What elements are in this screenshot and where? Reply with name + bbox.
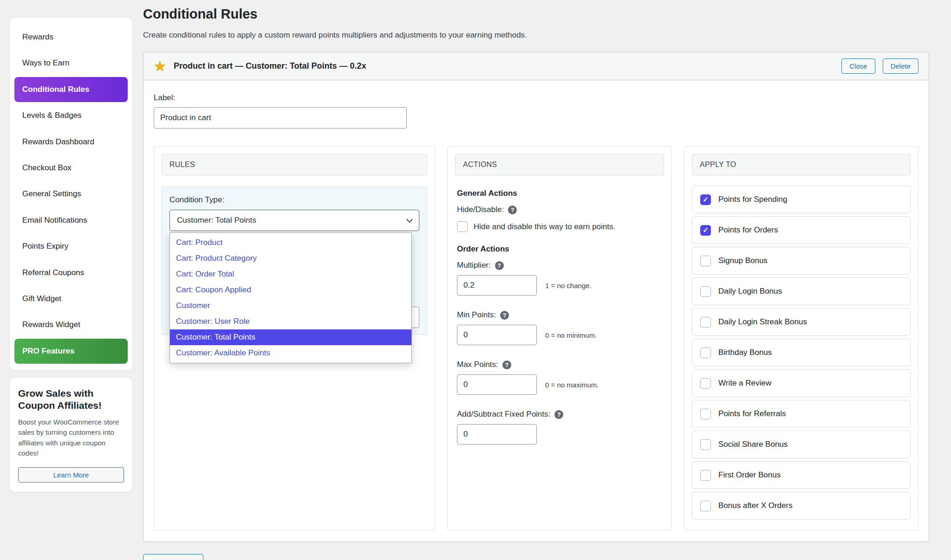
- condition-option-customer-user-role[interactable]: Customer: User Role: [170, 314, 411, 329]
- star-icon: [154, 59, 166, 73]
- min-points-input[interactable]: [457, 325, 537, 345]
- sidebar-item-gift-widget[interactable]: Gift Widget: [14, 286, 128, 311]
- apply-to-row-write-a-review[interactable]: Write a Review: [692, 369, 911, 397]
- apply-to-label: Signup Bonus: [718, 256, 768, 265]
- add-subtract-fixed-points-input[interactable]: [457, 424, 537, 444]
- sidebar-item-points-expiry[interactable]: Points Expiry: [14, 234, 128, 259]
- hide-checkbox[interactable]: [457, 221, 468, 232]
- unchecked-checkbox[interactable]: [700, 348, 711, 358]
- apply-to-list: Points for SpendingPoints for OrdersSign…: [692, 186, 911, 520]
- field-hint: 1 = no change.: [545, 282, 592, 290]
- apply-to-row-first-order-bonus[interactable]: First Order Bonus: [692, 461, 911, 489]
- apply-to-label: Social Share Bonus: [718, 440, 788, 449]
- apply-to-row-bonus-after-x-orders[interactable]: Bonus after X Orders: [692, 492, 911, 520]
- condition-option-customer[interactable]: Customer: [170, 298, 411, 314]
- rule-panel: Product in cart — Customer: Total Points…: [143, 52, 929, 542]
- apply-to-label: Points for Spending: [718, 195, 787, 204]
- field-hint: 0 = no minimum.: [545, 331, 597, 339]
- condition-selected-value: Customer: Total Points: [177, 216, 256, 225]
- checked-checkbox[interactable]: [700, 225, 711, 236]
- sidebar-item-pro-features[interactable]: PRO Features: [14, 339, 128, 364]
- unchecked-checkbox[interactable]: [700, 409, 711, 419]
- rule-body: Label: RULES Condition Type: Customer: T…: [143, 80, 929, 541]
- page-subtitle: Create conditional rules to apply a cust…: [143, 31, 929, 40]
- actions-content: General Actions Hide/Disable: Hide and d…: [455, 175, 664, 460]
- condition-option-customer-total-points[interactable]: Customer: Total Points: [170, 329, 411, 345]
- rules-section-header: RULES: [162, 154, 427, 175]
- promo-title: Grow Sales with Coupon Affiliates!: [18, 387, 124, 412]
- sidebar-item-rewards[interactable]: Rewards: [14, 25, 128, 50]
- help-icon[interactable]: [508, 206, 517, 214]
- sidebar-item-rewards-widget[interactable]: Rewards Widget: [14, 312, 128, 337]
- unchecked-checkbox[interactable]: [700, 470, 711, 481]
- sidebar-item-referral-coupons[interactable]: Referral Coupons: [14, 260, 128, 285]
- condition-dropdown: Cart: ProductCart: Product CategoryCart:…: [169, 232, 412, 363]
- sidebar: RewardsWays to EarnConditional RulesLeve…: [10, 18, 132, 492]
- help-icon[interactable]: [554, 410, 563, 419]
- field-input-row: 0 = no maximum.: [457, 374, 662, 395]
- sidebar-item-rewards-dashboard[interactable]: Rewards Dashboard: [14, 129, 128, 154]
- condition-type-label: Condition Type:: [169, 195, 419, 205]
- order-actions-heading: Order Actions: [457, 245, 662, 254]
- apply-to-row-birthday-bonus[interactable]: Birthday Bonus: [692, 339, 911, 367]
- unchecked-checkbox[interactable]: [700, 439, 711, 450]
- unchecked-checkbox[interactable]: [700, 501, 711, 511]
- apply-to-row-social-share-bonus[interactable]: Social Share Bonus: [692, 431, 911, 458]
- apply-to-section-header: APPLY TO: [692, 154, 911, 175]
- unchecked-checkbox[interactable]: [700, 317, 711, 328]
- apply-to-row-points-for-referrals[interactable]: Points for Referrals: [692, 400, 911, 428]
- multiplier-input[interactable]: [457, 275, 537, 296]
- delete-button[interactable]: Delete: [883, 58, 918, 74]
- unchecked-checkbox[interactable]: [700, 378, 711, 389]
- rule-title: Product in cart — Customer: Total Points…: [174, 61, 366, 71]
- field-label-row: Multiplier:: [457, 261, 662, 270]
- help-icon[interactable]: [500, 311, 509, 320]
- unchecked-checkbox[interactable]: [700, 256, 711, 266]
- sidebar-nav: RewardsWays to EarnConditional RulesLeve…: [10, 18, 132, 370]
- apply-to-column: APPLY TO Points for SpendingPoints for O…: [684, 146, 918, 530]
- field-input-row: 1 = no change.: [457, 275, 662, 296]
- field-label: Add/Subtract Fixed Points:: [457, 410, 550, 419]
- sidebar-item-general-settings[interactable]: General Settings: [14, 181, 128, 206]
- condition-type-select[interactable]: Customer: Total Points: [169, 210, 419, 231]
- condition-select-wrap: Customer: Total Points Cart: ProductCart…: [169, 210, 419, 231]
- apply-to-row-daily-login-streak-bonus[interactable]: Daily Login Streak Bonus: [692, 308, 911, 336]
- field-block-max-points: Max Points:0 = no maximum.: [457, 360, 662, 395]
- rule-label-input[interactable]: [154, 107, 407, 129]
- sidebar-item-conditional-rules[interactable]: Conditional Rules: [14, 77, 128, 102]
- help-icon[interactable]: [495, 261, 504, 270]
- sidebar-item-checkout-box[interactable]: Checkout Box: [14, 155, 128, 180]
- condition-option-cart-product[interactable]: Cart: Product: [170, 235, 411, 251]
- unchecked-checkbox[interactable]: [700, 286, 711, 297]
- hide-checkbox-row[interactable]: Hide and disable this way to earn points…: [457, 221, 662, 232]
- condition-option-customer-available-points[interactable]: Customer: Available Points: [170, 345, 411, 361]
- sidebar-item-email-notifications[interactable]: Email Notifications: [14, 208, 128, 233]
- max-points-input[interactable]: [457, 374, 537, 395]
- field-label: Min Points:: [457, 310, 496, 320]
- general-actions-heading: General Actions: [457, 189, 662, 198]
- add-new-rule-button[interactable]: Add New Rule: [143, 554, 203, 560]
- sidebar-item-levels-badges[interactable]: Levels & Badges: [14, 103, 128, 128]
- app: RewardsWays to EarnConditional RulesLeve…: [0, 0, 951, 560]
- help-icon[interactable]: [502, 360, 511, 369]
- hide-disable-label: Hide/Disable:: [457, 205, 504, 214]
- field-block-multiplier: Multiplier:1 = no change.: [457, 261, 662, 296]
- condition-option-cart-coupon-applied[interactable]: Cart: Coupon Applied: [170, 282, 411, 298]
- apply-to-label: Daily Login Bonus: [718, 287, 782, 296]
- apply-to-row-points-for-orders[interactable]: Points for Orders: [692, 216, 911, 244]
- close-button[interactable]: Close: [841, 58, 875, 74]
- hide-disable-row: Hide/Disable:: [457, 205, 662, 214]
- apply-to-row-points-for-spending[interactable]: Points for Spending: [692, 186, 911, 213]
- actions-section-header: ACTIONS: [455, 154, 664, 175]
- learn-more-button[interactable]: Learn More: [18, 467, 124, 483]
- page-title: Conditional Rules: [143, 6, 929, 22]
- sidebar-item-ways-to-earn[interactable]: Ways to Earn: [14, 51, 128, 76]
- condition-box: Condition Type: Customer: Total Points C…: [162, 187, 427, 335]
- condition-option-cart-order-total[interactable]: Cart: Order Total: [170, 266, 411, 282]
- actions-column: ACTIONS General Actions Hide/Disable: Hi…: [447, 146, 672, 530]
- label-field-label: Label:: [154, 93, 918, 103]
- apply-to-row-daily-login-bonus[interactable]: Daily Login Bonus: [692, 277, 911, 305]
- apply-to-row-signup-bonus[interactable]: Signup Bonus: [692, 247, 911, 275]
- condition-option-cart-product-category[interactable]: Cart: Product Category: [170, 251, 411, 266]
- checked-checkbox[interactable]: [700, 194, 711, 205]
